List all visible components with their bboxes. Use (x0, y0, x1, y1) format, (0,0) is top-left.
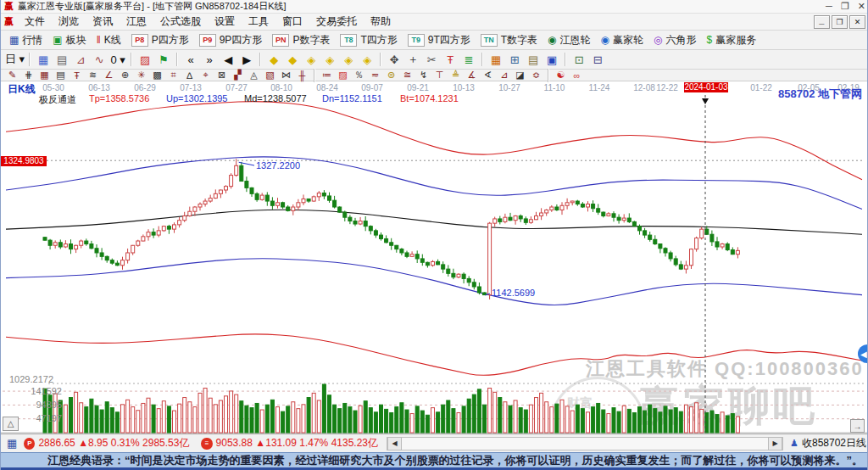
toolbar-icon-button[interactable]: Ŧ (441, 52, 459, 68)
menu-item[interactable]: 资讯 (86, 13, 120, 31)
indicator-name[interactable]: 极反通道 (39, 93, 76, 106)
mdi-window-button[interactable]: ＿ (814, 15, 830, 29)
toolbar-icon-button[interactable]: ◆ (283, 52, 302, 68)
menu-item[interactable]: 公式选股 (153, 13, 208, 31)
toolbar-icon-button[interactable]: ⊡ (570, 52, 588, 68)
toolbar-icon-button[interactable]: » (200, 52, 219, 68)
toolbar-main-button[interactable]: $ 赢家服务 (702, 31, 762, 48)
mdi-window-button[interactable]: ❐ (832, 15, 848, 29)
toolbar-icon-button[interactable]: ＋ (403, 52, 422, 68)
toolbar-icon-button[interactable]: « (181, 52, 200, 68)
drawing-tool-button[interactable]: ％ (351, 70, 367, 81)
drawing-tool-button[interactable]: ▞ (230, 70, 246, 81)
drawing-tool-button[interactable]: ⊕ (117, 70, 133, 81)
drawing-tool-button[interactable]: ⌗ (165, 70, 181, 81)
drawing-tool-button[interactable]: ∢ (480, 70, 496, 81)
drawing-tool-button[interactable]: ✎ (4, 70, 20, 81)
menu-item[interactable]: 帮助 (364, 13, 398, 31)
drawing-tool-button[interactable]: ▨ (335, 70, 351, 81)
menu-item[interactable]: 窗口 (275, 13, 309, 31)
drawing-tool-button[interactable]: Ŧ (69, 70, 85, 81)
toolbar-icon-button[interactable]: ◈ (358, 52, 376, 68)
menu-item[interactable]: 交易委托 (309, 13, 364, 31)
toolbar-main-button[interactable]: PN P数字表 (267, 31, 335, 48)
toolbar-icon-button[interactable]: ◈ (320, 52, 339, 68)
toolbar-icon-button[interactable]: ◆ (264, 52, 283, 68)
pane-expand-button[interactable]: △ (3, 417, 19, 431)
toolbar-icon-button[interactable]: ◈ (339, 52, 358, 68)
drawing-tool-button[interactable]: ▦ (36, 70, 53, 81)
toolbar-icon-button[interactable]: ⊞ (505, 52, 524, 68)
drawing-tool-button[interactable]: ∆ (181, 70, 198, 81)
toolbar-icon-button[interactable]: ▶ (237, 52, 256, 68)
toolbar-main-button[interactable]: TN T数字表 (476, 31, 542, 48)
menu-item[interactable]: 浏览 (52, 13, 86, 31)
toolbar-icon-button[interactable]: ▣ (542, 52, 561, 68)
drawing-tool-button[interactable]: ☯ (553, 70, 569, 81)
chart-scroll-right-button[interactable]: → (850, 419, 865, 433)
mdi-window-button[interactable]: ✕ (849, 15, 865, 29)
drawing-tool-button[interactable]: ∡ (464, 70, 480, 81)
drawing-tool-button[interactable]: ⋕ (20, 70, 36, 81)
drawing-tool-button[interactable]: ▩ (149, 70, 165, 81)
scrollbar-right-arrow[interactable]: ▶ (768, 437, 782, 450)
tab-daily-kline[interactable]: 日K线 (8, 82, 36, 97)
toolbar-icon-button[interactable]: ▤ (524, 52, 542, 68)
toolbar-main-button[interactable]: ▣ 板块 (47, 31, 91, 48)
minimize-button[interactable]: ─ (826, 1, 832, 12)
toolbar-icon-button[interactable]: ▤ (53, 52, 71, 68)
toolbar-main-button[interactable]: ◉ 赢家轮 (596, 31, 648, 48)
drawing-tool-button[interactable]: ⊤ (431, 70, 448, 81)
toolbar-icon-button[interactable]: ✥ (385, 52, 403, 68)
drawing-tool-button[interactable]: ◪ (512, 70, 528, 81)
drawing-tool-button[interactable]: ≎ (528, 70, 544, 81)
drawing-tool-button[interactable]: ∞ (569, 70, 585, 81)
toolbar-icon-button[interactable]: ⊿ (71, 52, 90, 68)
toolbar-main-button[interactable]: ▦ 行情 (4, 31, 47, 48)
toolbar-icon-button[interactable]: ▦ (34, 52, 53, 68)
scrollbar-left-arrow[interactable]: ◀ (387, 437, 402, 450)
drawing-tool-button[interactable]: ⌖ (198, 70, 214, 81)
drawing-tool-button[interactable]: ⋈ (278, 70, 294, 81)
toolbar-icon-button[interactable]: 日 ▾ (4, 52, 25, 68)
drawing-tool-button[interactable]: ╫ (294, 70, 310, 81)
toolbar-icon-button[interactable]: ◈ (302, 52, 320, 68)
toolbar-main-button[interactable]: ◎ 六角形 (648, 31, 701, 48)
drawing-tool-button[interactable]: ⊿ (496, 70, 512, 81)
horizontal-scrollbar[interactable]: ◀ ▶ (387, 437, 783, 450)
drawing-tool-button[interactable]: ≊ (399, 70, 415, 81)
toolbar-main-button[interactable]: T9 9T四方形 (403, 31, 476, 48)
toolbar-main-button[interactable]: T8 T四方形 (335, 31, 402, 48)
drawing-tool-button[interactable]: ⊜ (383, 70, 399, 81)
drawing-tool-button[interactable]: ↯ (415, 70, 431, 81)
drawing-tool-button[interactable]: ≔ (319, 70, 335, 81)
drawing-tool-button[interactable]: ▤ (53, 70, 69, 81)
drawing-tool-button[interactable]: ◬ (246, 70, 262, 81)
toolbar-icon-button[interactable]: 0 ▾ (108, 52, 127, 68)
toolbar-icon-button[interactable]: ▦ (487, 52, 505, 68)
drawing-tool-button[interactable]: ▧ (262, 70, 278, 81)
menu-item[interactable]: 工具 (242, 13, 275, 31)
toolbar-icon-button[interactable]: ∿ (90, 52, 108, 68)
drawing-tool-button[interactable]: ⊠ (214, 70, 230, 81)
toolbar-main-button[interactable]: ‖ K线 (92, 31, 126, 48)
toolbar-main-button[interactable]: ◉ 江恩轮 (542, 31, 595, 48)
toolbar-icon-button[interactable]: ◀ (219, 52, 237, 68)
menu-item[interactable]: 文件 (18, 13, 52, 31)
toolbar-icon-button[interactable]: ≣ (459, 52, 478, 68)
menu-item[interactable]: 设置 (208, 13, 242, 31)
quote-grid-icon[interactable]: ▦ (7, 437, 17, 450)
drawing-tool-button[interactable]: ≜ (448, 70, 464, 81)
restore-button[interactable]: ❐ (841, 1, 849, 12)
toolbar-icon-button[interactable]: ⊟ (588, 52, 607, 68)
drawing-tool-button[interactable]: ≂ (367, 70, 383, 81)
menu-item[interactable]: 江恩 (120, 13, 153, 31)
toolbar-icon-button[interactable]: ▨ (136, 52, 154, 68)
drawing-tool-button[interactable]: ∠ (101, 70, 117, 81)
close-button[interactable]: ✕ (858, 1, 865, 12)
toolbar-main-button[interactable]: P9 9P四方形 (194, 31, 268, 48)
toolbar-icon-button[interactable]: ✂ (422, 52, 441, 68)
drawing-tool-button[interactable]: ≋ (85, 70, 101, 81)
toolbar-icon-button[interactable]: ⚑ (154, 52, 173, 68)
drawing-tool-button[interactable]: ✳ (133, 70, 149, 81)
